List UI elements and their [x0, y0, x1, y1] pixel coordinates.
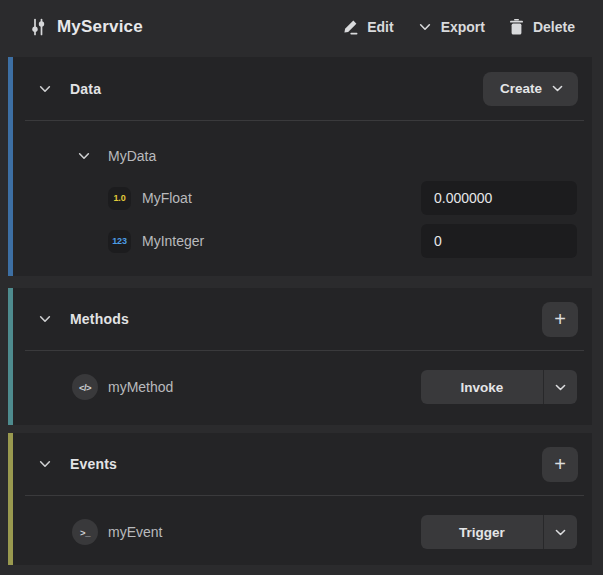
export-button[interactable]: Export: [418, 19, 485, 35]
delete-label: Delete: [533, 19, 575, 35]
events-section: Events + >_ myEvent Trigger: [8, 433, 592, 565]
service-title-group: MyService: [28, 17, 143, 37]
invoke-options-chevron-icon[interactable]: [543, 370, 577, 404]
field-row-myinteger: 123 MyInteger: [108, 224, 577, 258]
methods-section: Methods + </> myMethod Invoke: [8, 288, 592, 425]
mydata-collapse-chevron-icon[interactable]: [77, 149, 91, 163]
invoke-button[interactable]: Invoke: [421, 370, 543, 404]
chevron-down-icon: [418, 20, 432, 34]
pencil-icon: [342, 19, 358, 35]
methods-section-title: Methods: [70, 311, 129, 327]
myfloat-value-input[interactable]: [421, 181, 577, 215]
data-section-header: Data Create: [13, 57, 592, 120]
sliders-icon: [28, 17, 48, 37]
create-label: Create: [500, 81, 542, 96]
trigger-button[interactable]: Trigger: [421, 515, 543, 549]
page-title: MyService: [57, 17, 143, 37]
data-section-title: Data: [70, 81, 101, 97]
add-method-button[interactable]: +: [542, 302, 578, 337]
events-section-title: Events: [70, 456, 117, 472]
add-event-button[interactable]: +: [542, 447, 578, 482]
events-section-body: >_ myEvent Trigger: [13, 496, 592, 549]
event-row-myevent: >_ myEvent Trigger: [72, 515, 577, 549]
edit-button[interactable]: Edit: [342, 19, 393, 35]
method-label: myMethod: [108, 379, 173, 395]
data-section-body: MyData 1.0 MyFloat 123 MyInteger: [13, 121, 592, 258]
terminal-icon: >_: [72, 519, 98, 545]
mydata-group-row[interactable]: MyData: [77, 139, 577, 173]
field-label-myinteger: MyInteger: [142, 233, 204, 249]
events-collapse-chevron-icon[interactable]: [38, 457, 52, 471]
events-section-header: Events +: [13, 433, 592, 495]
delete-button[interactable]: Delete: [509, 19, 575, 35]
invoke-split-button: Invoke: [421, 370, 577, 404]
trigger-split-button: Trigger: [421, 515, 577, 549]
field-label-myfloat: MyFloat: [142, 190, 192, 206]
code-icon: </>: [72, 374, 98, 400]
methods-section-header: Methods +: [13, 288, 592, 350]
field-row-myfloat: 1.0 MyFloat: [108, 181, 577, 215]
header: MyService Edit Export: [0, 0, 603, 53]
integer-type-icon: 123: [108, 230, 131, 253]
data-section: Data Create MyData 1.0 MyFloat 123 MyInt…: [8, 57, 592, 276]
myinteger-value-input[interactable]: [421, 224, 577, 258]
edit-label: Edit: [367, 19, 393, 35]
trigger-options-chevron-icon[interactable]: [543, 515, 577, 549]
data-collapse-chevron-icon[interactable]: [38, 82, 52, 96]
float-type-icon: 1.0: [108, 187, 131, 210]
event-label: myEvent: [108, 524, 162, 540]
method-row-mymethod: </> myMethod Invoke: [72, 370, 577, 404]
mydata-group-label: MyData: [108, 148, 156, 164]
methods-collapse-chevron-icon[interactable]: [38, 312, 52, 326]
chevron-down-icon: [551, 82, 564, 95]
methods-section-body: </> myMethod Invoke: [13, 351, 592, 404]
header-actions: Edit Export Delete: [342, 19, 575, 35]
export-label: Export: [441, 19, 485, 35]
trash-icon: [509, 19, 524, 35]
create-button[interactable]: Create: [483, 72, 578, 106]
